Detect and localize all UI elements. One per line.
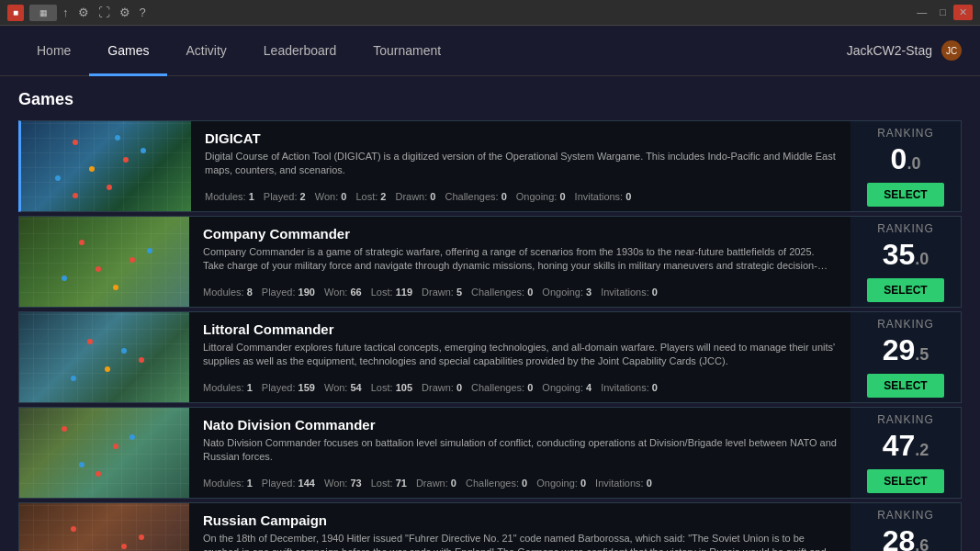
upload-icon[interactable]: ↑	[62, 6, 69, 19]
invitations-stat: Invitations: 0	[595, 478, 652, 489]
select-button-nato-division-commander[interactable]: SELECT	[867, 469, 943, 493]
played-stat: Played: 2	[264, 191, 306, 202]
invitations-stat: Invitations: 0	[575, 191, 632, 202]
ongoing-stat: Ongoing: 0	[516, 191, 566, 202]
nav-tabs: Home Games Activity Leaderboard Tourname…	[18, 26, 459, 75]
config-icon[interactable]: ⚙	[119, 6, 130, 19]
game-thumbnail-company-commander	[19, 217, 189, 307]
game-desc-nato-division-commander: Nato Division Commander focuses on batta…	[203, 436, 837, 465]
close-button[interactable]: ✕	[953, 5, 973, 20]
map-dots	[19, 408, 189, 498]
game-card-littoral-commander: Littoral Commander Littoral Commander ex…	[18, 311, 962, 403]
game-stats-nato-division-commander: Modules: 1 Played: 144 Won: 73 Lost: 71 …	[203, 478, 837, 489]
ranking-value-russian-campaign: 28.6	[883, 526, 929, 552]
drawn-stat: Drawn: 0	[416, 478, 456, 489]
game-title-littoral-commander: Littoral Commander	[203, 321, 837, 337]
games-list: DIGICAT Digital Course of Action Tool (D…	[18, 120, 962, 551]
app-logo: ▦	[29, 5, 57, 21]
game-info-nato-division-commander: Nato Division Commander Nato Division Co…	[189, 408, 850, 498]
section-title: Games	[18, 90, 962, 109]
tab-home[interactable]: Home	[18, 27, 89, 76]
game-ranking-russian-campaign: Ranking 28.6 SELECT	[850, 503, 961, 551]
ongoing-stat: Ongoing: 0	[536, 478, 586, 489]
game-title-digicat: DIGICAT	[205, 130, 837, 146]
ranking-label: Ranking	[877, 127, 934, 140]
app-icon: ■	[7, 5, 24, 21]
ranking-value-littoral-commander: 29.5	[883, 335, 929, 365]
map-dots	[21, 121, 191, 211]
lost-stat: Lost: 71	[371, 478, 407, 489]
map-dots	[19, 217, 189, 307]
won-stat: Won: 66	[324, 287, 362, 298]
challenges-stat: Challenges: 0	[471, 382, 533, 393]
game-info-littoral-commander: Littoral Commander Littoral Commander ex…	[189, 312, 850, 402]
select-button-littoral-commander[interactable]: SELECT	[867, 374, 943, 398]
navbar: Home Games Activity Leaderboard Tourname…	[0, 26, 980, 76]
game-ranking-nato-division-commander: Ranking 47.2 SELECT	[850, 408, 961, 498]
played-stat: Played: 144	[262, 478, 315, 489]
game-thumbnail-littoral-commander	[19, 312, 189, 402]
ranking-label: Ranking	[877, 318, 934, 331]
help-icon[interactable]: ?	[140, 6, 146, 19]
ongoing-stat: Ongoing: 3	[542, 287, 591, 298]
challenges-stat: Challenges: 0	[471, 287, 533, 298]
game-card-russian-campaign: Russian Campaign On the 18th of December…	[18, 502, 962, 551]
game-info-digicat: DIGICAT Digital Course of Action Tool (D…	[191, 121, 850, 211]
game-info-company-commander: Company Commander Company Commander is a…	[189, 217, 850, 307]
game-stats-littoral-commander: Modules: 1 Played: 159 Won: 54 Lost: 105…	[203, 382, 837, 393]
expand-icon[interactable]: ⛶	[98, 6, 110, 19]
invitations-stat: Invitations: 0	[601, 287, 658, 298]
settings-icon[interactable]: ⚙	[78, 6, 89, 19]
map-dots	[19, 503, 189, 551]
username-display: JackCW2-Stag	[847, 43, 932, 58]
game-stats-company-commander: Modules: 8 Played: 190 Won: 66 Lost: 119…	[203, 287, 837, 298]
game-card-digicat: DIGICAT Digital Course of Action Tool (D…	[18, 120, 962, 212]
ranking-label: Ranking	[877, 509, 934, 522]
game-info-russian-campaign: Russian Campaign On the 18th of December…	[189, 503, 850, 551]
ranking-decimal-nato-division-commander: .2	[915, 441, 929, 459]
modules-stat: Modules: 1	[205, 191, 254, 202]
game-card-nato-division-commander: Nato Division Commander Nato Division Co…	[18, 407, 962, 499]
game-ranking-company-commander: Ranking 35.0 SELECT	[850, 217, 961, 307]
titlebar-left: ■ ▦ ↑ ⚙ ⛶ ⚙ ?	[7, 5, 146, 21]
game-desc-company-commander: Company Commander is a game of strategic…	[203, 245, 837, 274]
minimize-button[interactable]: —	[911, 5, 932, 20]
ranking-value-company-commander: 35.0	[883, 240, 929, 269]
ongoing-stat: Ongoing: 4	[542, 382, 591, 393]
tab-leaderboard[interactable]: Leaderboard	[245, 27, 355, 76]
map-dots	[19, 312, 189, 402]
modules-stat: Modules: 1	[203, 478, 253, 489]
played-stat: Played: 159	[262, 382, 315, 393]
challenges-stat: Challenges: 0	[466, 478, 527, 489]
maximize-button[interactable]: □	[934, 5, 952, 20]
played-stat: Played: 190	[262, 287, 315, 298]
game-ranking-digicat: Ranking 0.0 SELECT	[850, 121, 961, 211]
window-controls: — □ ✕	[911, 5, 973, 20]
ranking-decimal-digicat: .0	[907, 154, 920, 173]
game-title-russian-campaign: Russian Campaign	[203, 512, 837, 528]
game-thumbnail-nato-division-commander	[19, 408, 189, 498]
game-title-company-commander: Company Commander	[203, 226, 837, 242]
invitations-stat: Invitations: 0	[601, 382, 658, 393]
game-thumbnail-russian-campaign	[19, 503, 189, 551]
select-button-company-commander[interactable]: SELECT	[867, 278, 943, 302]
tab-tournament[interactable]: Tournament	[355, 27, 459, 76]
drawn-stat: Drawn: 5	[422, 287, 462, 298]
ranking-decimal-company-commander: .0	[915, 250, 929, 268]
modules-stat: Modules: 1	[203, 382, 253, 393]
tab-games[interactable]: Games	[89, 27, 167, 76]
avatar[interactable]: JC	[941, 40, 962, 61]
ranking-decimal-littoral-commander: .5	[915, 345, 929, 364]
game-title-nato-division-commander: Nato Division Commander	[203, 417, 837, 433]
tab-activity[interactable]: Activity	[167, 27, 244, 76]
select-button-digicat[interactable]: SELECT	[867, 183, 943, 207]
nav-user: JackCW2-Stag JC	[847, 40, 962, 61]
won-stat: Won: 54	[324, 382, 362, 393]
game-desc-digicat: Digital Course of Action Tool (DIGICAT) …	[205, 150, 837, 178]
titlebar: ■ ▦ ↑ ⚙ ⛶ ⚙ ? — □ ✕	[0, 0, 980, 26]
game-thumbnail-digicat	[21, 121, 191, 211]
game-ranking-littoral-commander: Ranking 29.5 SELECT	[850, 312, 961, 402]
ranking-label: Ranking	[877, 222, 934, 235]
won-stat: Won: 73	[324, 478, 362, 489]
game-desc-russian-campaign: On the 18th of December, 1940 Hitler iss…	[203, 532, 837, 551]
